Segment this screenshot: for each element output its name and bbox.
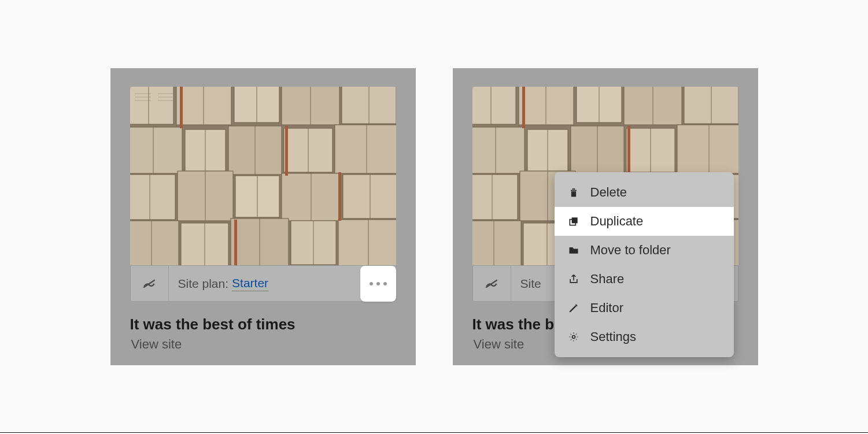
gear-icon xyxy=(567,331,580,343)
menu-item-label: Move to folder xyxy=(590,243,721,258)
svg-rect-97 xyxy=(571,217,577,223)
books-illustration xyxy=(130,87,396,265)
site-plan-prefix: Site plan: xyxy=(178,277,229,291)
menu-item-label: Duplicate xyxy=(590,214,721,229)
menu-item-duplicate[interactable]: Duplicate xyxy=(555,207,734,236)
svg-rect-70 xyxy=(677,125,738,173)
site-plan-prefix-truncated: Site xyxy=(520,277,541,291)
svg-rect-39 xyxy=(338,220,396,265)
more-options-button[interactable] xyxy=(360,266,396,302)
site-context-menu: Delete Duplicate Move to folder Share xyxy=(555,172,734,357)
pencil-icon xyxy=(567,302,580,314)
site-status-icon-cell xyxy=(473,266,511,301)
menu-item-share[interactable]: Share xyxy=(555,265,734,294)
menu-item-label: Editor xyxy=(590,301,721,316)
menu-item-delete[interactable]: Delete xyxy=(555,178,734,207)
menu-item-label: Share xyxy=(590,272,721,287)
view-site-link[interactable]: View site xyxy=(130,337,396,352)
stage: Site plan: Starter It was the best of ti… xyxy=(0,0,868,433)
svg-rect-19 xyxy=(335,125,396,173)
menu-item-label: Settings xyxy=(590,329,721,344)
site-card-left: Site plan: Starter It was the best of ti… xyxy=(110,68,416,365)
svg-rect-82 xyxy=(472,221,521,265)
site-thumbnail[interactable] xyxy=(130,87,396,265)
svg-rect-47 xyxy=(180,87,183,128)
svg-rect-21 xyxy=(130,175,175,220)
svg-rect-48 xyxy=(285,126,288,176)
site-plan-link[interactable]: Starter xyxy=(232,276,268,291)
svg-point-98 xyxy=(572,336,575,339)
svg-rect-92 xyxy=(522,87,525,128)
svg-rect-29 xyxy=(343,175,396,218)
share-icon xyxy=(567,273,580,285)
unpublished-icon xyxy=(484,276,499,291)
svg-rect-72 xyxy=(472,175,518,220)
menu-item-label: Delete xyxy=(590,185,721,200)
folder-icon xyxy=(567,244,580,257)
menu-item-move-to-folder[interactable]: Move to folder xyxy=(555,236,734,265)
site-card-right: Site Delete Duplicate Move to f xyxy=(453,68,758,365)
svg-rect-52 xyxy=(472,87,516,124)
svg-rect-93 xyxy=(627,126,630,176)
menu-item-settings[interactable]: Settings xyxy=(555,322,734,351)
svg-rect-1 xyxy=(130,87,173,124)
site-title: It was the best of times xyxy=(130,316,396,333)
site-meta-row: Site plan: Starter xyxy=(130,265,396,302)
svg-rect-50 xyxy=(234,220,237,265)
svg-rect-62 xyxy=(472,127,525,173)
svg-rect-49 xyxy=(338,172,341,221)
ellipsis-icon xyxy=(370,282,373,285)
svg-rect-31 xyxy=(130,221,179,265)
svg-rect-11 xyxy=(130,127,182,173)
menu-item-editor[interactable]: Editor xyxy=(555,294,734,322)
trash-icon xyxy=(567,186,580,199)
unpublished-icon xyxy=(142,276,157,291)
duplicate-icon xyxy=(567,215,580,228)
site-status-icon-cell xyxy=(131,266,169,301)
